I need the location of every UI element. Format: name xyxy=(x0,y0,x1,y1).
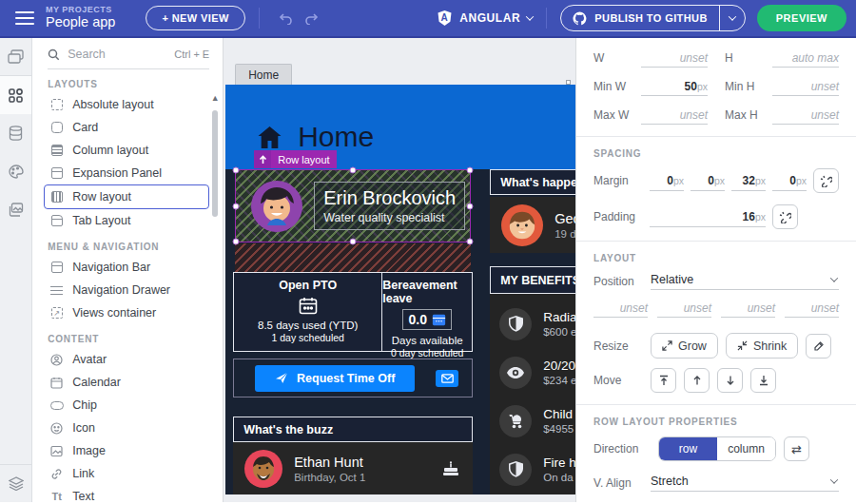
component-item-calendar[interactable]: Calendar xyxy=(48,371,209,394)
direction-column-option[interactable]: column xyxy=(717,437,775,460)
maxh-input[interactable]: unset xyxy=(772,108,839,125)
swap-direction-icon[interactable]: ⇄ xyxy=(784,436,809,461)
component-item-image[interactable]: Image xyxy=(48,439,209,462)
component-item-expansion-panel[interactable]: Expansion Panel xyxy=(48,162,209,184)
maxw-input[interactable]: unset xyxy=(641,108,708,125)
selection-handle-nw[interactable] xyxy=(233,167,240,174)
chevron-down-icon xyxy=(830,274,838,281)
component-item-navigation-bar[interactable]: Navigation Bar xyxy=(48,256,209,279)
margin-unlink-icon[interactable] xyxy=(813,168,839,193)
assets-icon[interactable] xyxy=(0,190,31,228)
component-item-tab-layout[interactable]: Tab Layout xyxy=(48,209,209,232)
components-panel: Ctrl + E LAYOUTS Absolute layout Card Co… xyxy=(32,38,224,502)
new-view-button[interactable]: + NEW VIEW xyxy=(146,6,244,30)
framework-label: ANGULAR xyxy=(459,11,520,25)
scroll-up-icon[interactable]: ▲ xyxy=(210,93,220,103)
edit-resize-icon[interactable] xyxy=(806,334,831,359)
benefit-item-fire[interactable]: Fire hazard p On da house! xyxy=(490,445,575,494)
buzz-header[interactable]: What's the buzz xyxy=(233,417,473,442)
component-item-text[interactable]: Tt Text xyxy=(48,485,209,504)
benefit-item-radiation[interactable]: Radiation pro $600 every oth xyxy=(490,300,575,348)
selection-handle-w[interactable] xyxy=(233,203,240,209)
publish-options-button[interactable] xyxy=(719,6,745,30)
padding-unlink-icon[interactable] xyxy=(772,204,798,229)
height-input[interactable]: auto max xyxy=(772,51,839,68)
component-item-absolute-layout[interactable]: Absolute layout xyxy=(48,93,209,116)
components-icon[interactable] xyxy=(0,76,31,114)
margin-top-input[interactable]: 0px xyxy=(650,171,684,191)
component-item-navigation-drawer[interactable]: Navigation Drawer xyxy=(48,279,209,301)
select-parent-icon[interactable] xyxy=(254,150,271,168)
email-button[interactable] xyxy=(436,370,458,387)
valign-select[interactable]: Stretch xyxy=(651,475,839,492)
icon-icon xyxy=(49,422,64,435)
send-icon xyxy=(275,372,288,384)
margin-right-input[interactable]: 0px xyxy=(691,171,725,191)
component-item-row-layout[interactable]: Row layout xyxy=(44,184,209,209)
framework-selector[interactable]: A ANGULAR xyxy=(437,10,533,27)
component-item-column-layout[interactable]: Column layout xyxy=(48,139,209,162)
preview-button[interactable]: PREVIEW xyxy=(757,5,846,31)
component-item-icon[interactable]: Icon xyxy=(48,417,209,439)
redo-icon[interactable] xyxy=(299,12,324,25)
selection-handle-n[interactable] xyxy=(350,167,357,174)
move-to-bottom-icon[interactable] xyxy=(750,368,776,393)
theme-icon[interactable] xyxy=(0,152,31,190)
request-time-off-button[interactable]: Request Time Off xyxy=(255,365,415,392)
benefit-item-vision[interactable]: 20/20 Vision $234 every oth xyxy=(490,348,575,397)
offset-top-input[interactable]: unset xyxy=(593,301,648,318)
publish-to-github-button[interactable]: PUBLISH TO GITHUB xyxy=(561,11,718,26)
selection-handle-ne[interactable] xyxy=(467,167,474,174)
bereavement-available: Days available xyxy=(392,335,463,346)
menu-icon[interactable] xyxy=(15,11,34,25)
selected-row-layout-profile[interactable]: Erin Brockovich Water quality specialist xyxy=(235,169,471,242)
happening-item-george[interactable]: George Baile 19 days ago xyxy=(490,197,575,253)
left-panel-scrollbar[interactable]: ▲ xyxy=(210,93,220,493)
component-item-views-container[interactable]: ↗ Views container xyxy=(48,301,209,324)
undo-icon[interactable] xyxy=(273,12,299,25)
view-tab-home[interactable]: Home xyxy=(235,64,292,85)
offset-right-input[interactable]: unset xyxy=(657,301,711,318)
selection-handle-s[interactable] xyxy=(350,239,357,245)
buzz-item-ethan[interactable]: Ethan Hunt Birthday, Oct 1 xyxy=(233,442,473,494)
offset-left-input[interactable]: unset xyxy=(785,301,839,318)
views-icon[interactable] xyxy=(0,38,31,76)
benefit-item-childcare[interactable]: Child care sa $4955 remainin xyxy=(490,397,575,445)
calendar-icon xyxy=(49,377,64,389)
buzz-name: Ethan Hunt xyxy=(294,455,365,470)
benefits-header[interactable]: MY BENEFITS xyxy=(490,266,575,294)
page-title-row[interactable]: Home xyxy=(257,121,374,153)
move-to-top-icon[interactable] xyxy=(651,368,676,393)
margin-bottom-input[interactable]: 32px xyxy=(731,171,766,191)
minh-input[interactable]: unset xyxy=(772,80,839,96)
margin-left-input[interactable]: 0px xyxy=(772,171,807,191)
component-item-link[interactable]: Link xyxy=(48,462,209,485)
width-input[interactable]: unset xyxy=(641,51,708,68)
happening-header[interactable]: What's happening at Ra xyxy=(490,169,575,195)
profile-name: Erin Brockovich xyxy=(323,187,456,209)
selection-handle-se[interactable] xyxy=(467,239,474,245)
move-down-icon[interactable] xyxy=(717,368,743,393)
scrollbar-thumb[interactable] xyxy=(212,110,218,217)
layers-icon[interactable] xyxy=(0,464,31,502)
component-item-chip[interactable]: Chip xyxy=(48,394,209,417)
offset-bottom-input[interactable]: unset xyxy=(721,301,775,318)
profile-text-box[interactable]: Erin Brockovich Water quality specialist xyxy=(314,182,465,230)
component-item-avatar[interactable]: Avatar xyxy=(48,348,209,371)
component-item-card[interactable]: Card xyxy=(48,116,209,139)
move-label: Move xyxy=(593,374,643,387)
shrink-button[interactable]: Shrink xyxy=(726,333,798,359)
move-up-icon[interactable] xyxy=(684,368,710,393)
padding-input[interactable]: 16px xyxy=(650,207,766,227)
position-select[interactable]: Relative xyxy=(651,273,839,290)
search-input[interactable] xyxy=(68,48,166,61)
database-icon[interactable] xyxy=(0,114,31,152)
selection-badge[interactable]: Row layout xyxy=(254,150,336,168)
direction-row-option[interactable]: row xyxy=(659,437,717,460)
grow-button[interactable]: Grow xyxy=(651,333,718,359)
pto-panel[interactable]: Open PTO 8.5 days used (YTD) 1 day sched… xyxy=(233,272,473,352)
selection-handle-sw[interactable] xyxy=(233,239,240,245)
selection-handle-e[interactable] xyxy=(467,203,474,209)
minw-input[interactable]: 50px xyxy=(641,80,708,96)
row-layout-icon xyxy=(49,191,64,203)
